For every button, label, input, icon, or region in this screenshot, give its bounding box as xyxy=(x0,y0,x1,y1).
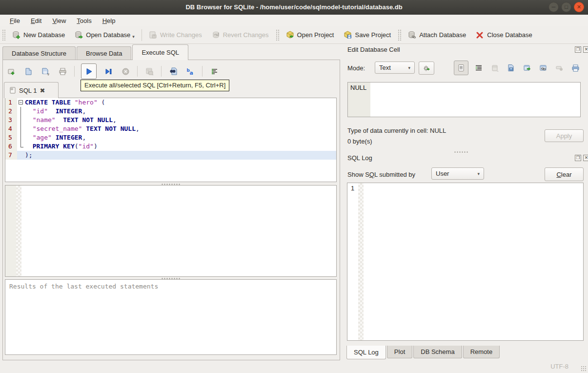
menu-edit[interactable]: Edit xyxy=(26,16,46,25)
sql-editor-tab[interactable]: SQL 1 ✖ xyxy=(4,82,59,98)
editor-line[interactable]: 5 "age" INTEGER, xyxy=(5,133,336,142)
revert-changes-icon xyxy=(212,31,220,39)
tab-browse-data[interactable]: Browse Data xyxy=(77,46,131,60)
save-sql-file-icon xyxy=(41,67,50,76)
toolbar-drag-handle[interactable] xyxy=(398,29,401,41)
open-project-button[interactable]: Open Project xyxy=(281,28,339,41)
sql-log-area[interactable]: 1 xyxy=(347,183,584,341)
encoding-status: UTF-8 xyxy=(550,363,568,370)
menu-view[interactable]: View xyxy=(47,16,71,25)
editor-line[interactable]: 3 "name" TEXT NOT NULL, xyxy=(5,116,336,124)
resize-grip[interactable] xyxy=(581,366,587,372)
print-icon xyxy=(59,67,67,76)
stop-icon xyxy=(122,67,130,76)
save-project-button[interactable]: Save Project xyxy=(339,28,396,41)
set-null-button[interactable] xyxy=(553,62,565,74)
open-in-external-button[interactable] xyxy=(521,62,533,74)
dock-float-icon[interactable]: ❐ xyxy=(575,46,581,53)
open-database-button[interactable]: Open Database ▾ xyxy=(70,28,140,41)
close-button[interactable]: ✕ xyxy=(574,2,584,12)
attach-database-button[interactable]: Attach Database xyxy=(403,28,471,41)
menu-tools[interactable]: Tools xyxy=(72,16,96,25)
open-database-label: Open Database xyxy=(86,31,130,39)
write-changes-button[interactable]: Write Changes xyxy=(144,28,207,41)
line-number: 2 xyxy=(5,107,17,116)
clear-log-button[interactable]: Clear xyxy=(545,167,584,181)
tab-remote[interactable]: Remote xyxy=(463,346,500,358)
apply-mode-button[interactable] xyxy=(419,62,434,75)
edit-link-button[interactable] xyxy=(537,62,549,74)
save-results-button[interactable] xyxy=(144,66,155,77)
new-database-button[interactable]: New Database xyxy=(7,28,70,41)
close-database-button[interactable]: Close Database xyxy=(471,28,537,41)
editor-line[interactable]: 4 "secret_name" TEXT NOT NULL, xyxy=(5,124,336,133)
apply-button[interactable]: Apply xyxy=(545,129,584,142)
stop-execution-button[interactable] xyxy=(120,66,131,77)
tab-sql-log[interactable]: SQL Log xyxy=(346,346,386,359)
execute-sql-button[interactable] xyxy=(81,63,97,79)
dock-float-icon[interactable]: ❐ xyxy=(575,155,581,161)
word-wrap-button[interactable] xyxy=(209,66,220,77)
log-text-area[interactable] xyxy=(364,183,583,340)
log-filter-select[interactable]: User ▾ xyxy=(431,167,484,180)
new-sql-tab-button[interactable] xyxy=(6,66,17,77)
editor-line[interactable]: 1−CREATE TABLE "hero" ( xyxy=(5,98,336,107)
tab-plot[interactable]: Plot xyxy=(387,346,412,358)
export-data-button[interactable] xyxy=(505,62,517,74)
editor-line[interactable]: 7); xyxy=(5,151,336,160)
toolbar-drag-handle[interactable] xyxy=(276,29,279,41)
sql-editor[interactable]: 1−CREATE TABLE "hero" (2 "id" INTEGER,3 … xyxy=(5,98,337,182)
indent-lines-icon xyxy=(475,64,483,72)
execute-current-line-button[interactable] xyxy=(103,66,114,77)
log-line-number: 1 xyxy=(347,183,358,340)
editor-line[interactable]: 6 PRIMARY KEY("id") xyxy=(5,142,336,151)
tab-database-structure[interactable]: Database Structure xyxy=(2,46,76,60)
toolbar-drag-handle[interactable] xyxy=(2,29,5,41)
tab-db-schema[interactable]: DB Schema xyxy=(413,346,462,358)
menu-file[interactable]: File xyxy=(5,16,25,25)
menu-help[interactable]: Help xyxy=(98,16,121,25)
find-replace-button[interactable] xyxy=(168,66,179,77)
text-mode-button[interactable] xyxy=(454,61,468,75)
revert-changes-button[interactable]: Revert Changes xyxy=(207,28,274,41)
cell-value-text-area[interactable] xyxy=(370,83,580,117)
minimize-button[interactable]: ─ xyxy=(548,2,559,12)
import-data-button[interactable] xyxy=(489,62,501,74)
log-filter-label: Show SQL submitted by xyxy=(347,171,415,178)
auto-complete-button[interactable]: b a xyxy=(185,66,196,77)
mode-label: Mode: xyxy=(347,64,365,72)
open-sql-file-button[interactable] xyxy=(23,66,34,77)
dock-close-icon[interactable]: ✕ xyxy=(583,46,588,53)
print-cell-button[interactable] xyxy=(569,62,581,74)
maximize-button[interactable]: □ xyxy=(561,2,571,12)
grid-empty-column xyxy=(16,186,21,276)
print-sql-button[interactable] xyxy=(57,66,68,77)
save-sql-file-button[interactable] xyxy=(40,66,51,77)
code-text: "age" INTEGER, xyxy=(25,133,336,142)
sql-toolbar-separator xyxy=(202,66,203,77)
mode-select[interactable]: Text ▾ xyxy=(375,62,415,74)
sql-toolbar-separator xyxy=(137,66,138,77)
window-link-icon xyxy=(539,64,547,72)
close-database-label: Close Database xyxy=(487,31,532,39)
editor-line[interactable]: 2 "id" INTEGER, xyxy=(5,107,336,116)
text-format-icon: b a xyxy=(186,67,195,76)
results-grid[interactable] xyxy=(5,185,337,277)
cell-type-info: Type of data currently in cell: NULL xyxy=(347,127,446,134)
word-wrap-cell-button[interactable] xyxy=(473,62,485,74)
sql-tab-close-icon[interactable]: ✖ xyxy=(40,87,45,94)
bottom-dock-tabs: SQL Log Plot DB Schema Remote xyxy=(346,346,501,359)
mode-value: Text xyxy=(379,64,391,71)
tab-execute-sql[interactable]: Execute SQL xyxy=(132,44,188,60)
window-arrow-icon xyxy=(523,64,531,72)
results-message-pane[interactable]: Results of the last executed statements xyxy=(5,279,337,355)
new-database-icon xyxy=(12,31,20,39)
text-document-icon xyxy=(457,64,465,72)
fold-marker-icon[interactable]: − xyxy=(17,98,25,107)
dock-splitter-handle[interactable] xyxy=(454,151,468,153)
edit-cell-dock-buttons: ❐ ✕ xyxy=(575,46,588,53)
open-database-caret-icon[interactable]: ▾ xyxy=(132,34,135,39)
cell-value-editor[interactable]: NULL xyxy=(347,82,581,117)
window-title: DB Browser for SQLite - /home/user/code/… xyxy=(185,3,402,11)
dock-close-icon[interactable]: ✕ xyxy=(583,155,588,161)
